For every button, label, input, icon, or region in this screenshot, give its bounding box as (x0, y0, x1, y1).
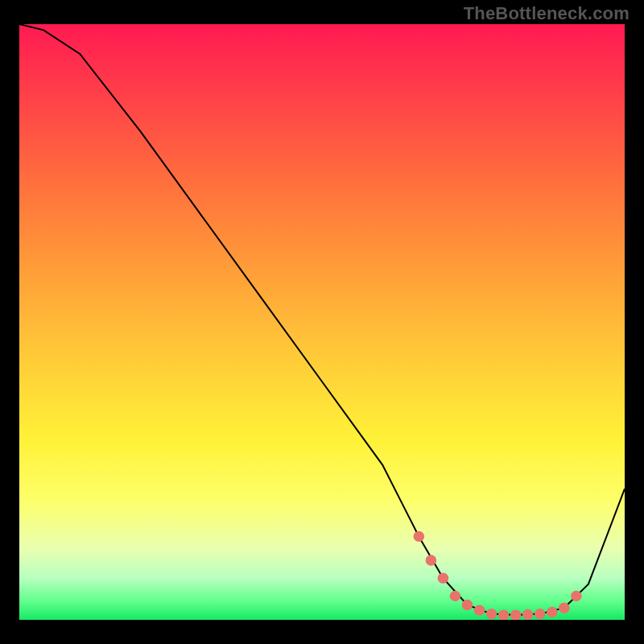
bottleneck-curve (19, 24, 625, 615)
marker-dot (547, 607, 558, 617)
marker-dot (450, 591, 461, 601)
marker-dot (474, 605, 485, 616)
marker-dot (559, 603, 570, 613)
marker-dot (498, 609, 510, 620)
marker-dot (522, 609, 534, 620)
marker-dot (462, 600, 473, 610)
chart-frame: TheBottleneck.com (0, 0, 644, 644)
watermark-label: TheBottleneck.com (464, 3, 630, 24)
marker-dot (486, 609, 497, 619)
plot-area (19, 24, 625, 620)
marker-dot (414, 531, 425, 542)
marker-dot (438, 573, 449, 584)
curve-layer (19, 24, 625, 620)
bottleneck-curve-path (19, 24, 625, 615)
marker-dot (510, 609, 522, 620)
marker-dot (426, 555, 437, 565)
marker-dot (535, 609, 546, 619)
optimal-zone-markers (414, 531, 582, 620)
marker-dot (571, 591, 582, 601)
